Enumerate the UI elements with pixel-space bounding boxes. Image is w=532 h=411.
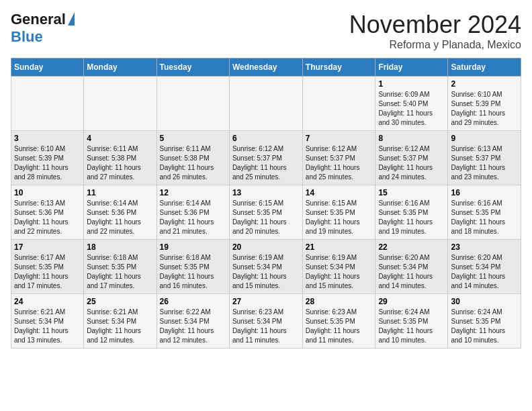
day-info: Sunrise: 6:17 AM Sunset: 5:35 PM Dayligh… — [14, 253, 81, 291]
weekday-header-row: SundayMondayTuesdayWednesdayThursdayFrid… — [11, 58, 521, 77]
day-number: 7 — [306, 134, 373, 143]
calendar-cell — [157, 77, 229, 131]
day-info: Sunrise: 6:16 AM Sunset: 5:35 PM Dayligh… — [378, 199, 445, 236]
day-number: 16 — [451, 188, 518, 197]
calendar-table: SundayMondayTuesdayWednesdayThursdayFrid… — [11, 58, 521, 349]
day-number: 2 — [451, 79, 518, 89]
day-number: 27 — [232, 297, 300, 306]
calendar-cell: 15Sunrise: 6:16 AM Sunset: 5:35 PM Dayli… — [375, 185, 448, 240]
day-number: 30 — [451, 297, 518, 306]
calendar-cell: 12Sunrise: 6:14 AM Sunset: 5:36 PM Dayli… — [157, 185, 229, 240]
day-info: Sunrise: 6:20 AM Sunset: 5:34 PM Dayligh… — [378, 253, 445, 291]
logo-text-blue: Blue — [11, 28, 43, 45]
day-number: 11 — [87, 188, 153, 197]
logo-text-general: General — [11, 11, 66, 28]
weekday-header-friday: Friday — [375, 58, 448, 77]
day-info: Sunrise: 6:13 AM Sunset: 5:36 PM Dayligh… — [14, 199, 81, 236]
calendar-cell: 21Sunrise: 6:19 AM Sunset: 5:34 PM Dayli… — [302, 240, 375, 294]
day-number: 26 — [160, 297, 226, 306]
calendar-cell: 9Sunrise: 6:13 AM Sunset: 5:37 PM Daylig… — [448, 131, 521, 185]
day-number: 19 — [160, 242, 226, 252]
day-number: 9 — [451, 134, 518, 143]
day-info: Sunrise: 6:15 AM Sunset: 5:35 PM Dayligh… — [232, 199, 300, 236]
day-number: 15 — [378, 188, 445, 197]
calendar-cell: 22Sunrise: 6:20 AM Sunset: 5:34 PM Dayli… — [375, 240, 448, 294]
page-header: General Blue November 2024 Reforma y Pla… — [11, 11, 521, 51]
calendar-cell: 4Sunrise: 6:11 AM Sunset: 5:38 PM Daylig… — [84, 131, 157, 185]
calendar-week-row: 1Sunrise: 6:09 AM Sunset: 5:40 PM Daylig… — [11, 77, 521, 131]
calendar-cell — [84, 77, 157, 131]
calendar-cell: 25Sunrise: 6:21 AM Sunset: 5:34 PM Dayli… — [84, 294, 157, 349]
calendar-cell: 24Sunrise: 6:21 AM Sunset: 5:34 PM Dayli… — [11, 294, 84, 349]
day-info: Sunrise: 6:20 AM Sunset: 5:34 PM Dayligh… — [451, 253, 518, 291]
weekday-header-tuesday: Tuesday — [157, 58, 229, 77]
day-number: 24 — [14, 297, 81, 306]
day-number: 29 — [378, 297, 445, 306]
day-info: Sunrise: 6:11 AM Sunset: 5:38 PM Dayligh… — [160, 144, 226, 182]
day-number: 22 — [378, 242, 445, 252]
day-number: 25 — [87, 297, 153, 306]
day-number: 28 — [306, 297, 373, 306]
day-info: Sunrise: 6:12 AM Sunset: 5:37 PM Dayligh… — [306, 144, 373, 182]
calendar-cell: 6Sunrise: 6:12 AM Sunset: 5:37 PM Daylig… — [229, 131, 302, 185]
calendar-cell: 11Sunrise: 6:14 AM Sunset: 5:36 PM Dayli… — [84, 185, 157, 240]
day-number: 21 — [306, 242, 373, 252]
day-info: Sunrise: 6:15 AM Sunset: 5:35 PM Dayligh… — [306, 199, 373, 236]
day-number: 23 — [451, 242, 518, 252]
calendar-cell: 7Sunrise: 6:12 AM Sunset: 5:37 PM Daylig… — [302, 131, 375, 185]
calendar-cell — [11, 77, 84, 131]
logo: General Blue — [11, 11, 75, 46]
day-info: Sunrise: 6:18 AM Sunset: 5:35 PM Dayligh… — [87, 253, 153, 291]
calendar-week-row: 17Sunrise: 6:17 AM Sunset: 5:35 PM Dayli… — [11, 240, 521, 294]
day-info: Sunrise: 6:10 AM Sunset: 5:39 PM Dayligh… — [451, 90, 518, 128]
logo-triangle-icon — [68, 12, 75, 26]
day-info: Sunrise: 6:14 AM Sunset: 5:36 PM Dayligh… — [160, 199, 226, 236]
calendar-cell: 23Sunrise: 6:20 AM Sunset: 5:34 PM Dayli… — [448, 240, 521, 294]
calendar-week-row: 3Sunrise: 6:10 AM Sunset: 5:39 PM Daylig… — [11, 131, 521, 185]
day-info: Sunrise: 6:21 AM Sunset: 5:34 PM Dayligh… — [14, 308, 81, 345]
calendar-cell: 13Sunrise: 6:15 AM Sunset: 5:35 PM Dayli… — [229, 185, 302, 240]
weekday-header-wednesday: Wednesday — [229, 58, 302, 77]
calendar-cell: 3Sunrise: 6:10 AM Sunset: 5:39 PM Daylig… — [11, 131, 84, 185]
day-info: Sunrise: 6:12 AM Sunset: 5:37 PM Dayligh… — [378, 144, 445, 182]
day-info: Sunrise: 6:16 AM Sunset: 5:35 PM Dayligh… — [451, 199, 518, 236]
month-year-title: November 2024 — [349, 11, 521, 39]
day-info: Sunrise: 6:10 AM Sunset: 5:39 PM Dayligh… — [14, 144, 81, 182]
calendar-cell: 26Sunrise: 6:22 AM Sunset: 5:34 PM Dayli… — [157, 294, 229, 349]
day-number: 3 — [14, 134, 81, 143]
calendar-week-row: 24Sunrise: 6:21 AM Sunset: 5:34 PM Dayli… — [11, 294, 521, 349]
location-subtitle: Reforma y Planada, Mexico — [349, 39, 521, 51]
day-info: Sunrise: 6:24 AM Sunset: 5:35 PM Dayligh… — [378, 308, 445, 345]
day-info: Sunrise: 6:19 AM Sunset: 5:34 PM Dayligh… — [232, 253, 300, 291]
day-number: 13 — [232, 188, 300, 197]
calendar-cell: 1Sunrise: 6:09 AM Sunset: 5:40 PM Daylig… — [375, 77, 448, 131]
calendar-cell: 19Sunrise: 6:18 AM Sunset: 5:35 PM Dayli… — [157, 240, 229, 294]
day-number: 14 — [306, 188, 373, 197]
day-number: 8 — [378, 134, 445, 143]
day-number: 20 — [232, 242, 300, 252]
weekday-header-sunday: Sunday — [11, 58, 84, 77]
title-block: November 2024 Reforma y Planada, Mexico — [349, 11, 521, 51]
day-number: 4 — [87, 134, 153, 143]
day-number: 10 — [14, 188, 81, 197]
calendar-cell: 30Sunrise: 6:24 AM Sunset: 5:35 PM Dayli… — [448, 294, 521, 349]
calendar-cell: 8Sunrise: 6:12 AM Sunset: 5:37 PM Daylig… — [375, 131, 448, 185]
calendar-cell — [302, 77, 375, 131]
calendar-cell: 14Sunrise: 6:15 AM Sunset: 5:35 PM Dayli… — [302, 185, 375, 240]
day-number: 6 — [232, 134, 300, 143]
calendar-week-row: 10Sunrise: 6:13 AM Sunset: 5:36 PM Dayli… — [11, 185, 521, 240]
calendar-cell: 10Sunrise: 6:13 AM Sunset: 5:36 PM Dayli… — [11, 185, 84, 240]
day-info: Sunrise: 6:24 AM Sunset: 5:35 PM Dayligh… — [451, 308, 518, 345]
day-number: 1 — [378, 79, 445, 89]
calendar-header: SundayMondayTuesdayWednesdayThursdayFrid… — [11, 58, 521, 77]
calendar-cell: 16Sunrise: 6:16 AM Sunset: 5:35 PM Dayli… — [448, 185, 521, 240]
day-info: Sunrise: 6:11 AM Sunset: 5:38 PM Dayligh… — [87, 144, 153, 182]
day-info: Sunrise: 6:19 AM Sunset: 5:34 PM Dayligh… — [306, 253, 373, 291]
weekday-header-monday: Monday — [84, 58, 157, 77]
calendar-cell: 29Sunrise: 6:24 AM Sunset: 5:35 PM Dayli… — [375, 294, 448, 349]
day-number: 18 — [87, 242, 153, 252]
calendar-cell: 27Sunrise: 6:23 AM Sunset: 5:34 PM Dayli… — [229, 294, 302, 349]
day-info: Sunrise: 6:22 AM Sunset: 5:34 PM Dayligh… — [160, 308, 226, 345]
day-info: Sunrise: 6:13 AM Sunset: 5:37 PM Dayligh… — [451, 144, 518, 182]
day-info: Sunrise: 6:23 AM Sunset: 5:35 PM Dayligh… — [306, 308, 373, 345]
